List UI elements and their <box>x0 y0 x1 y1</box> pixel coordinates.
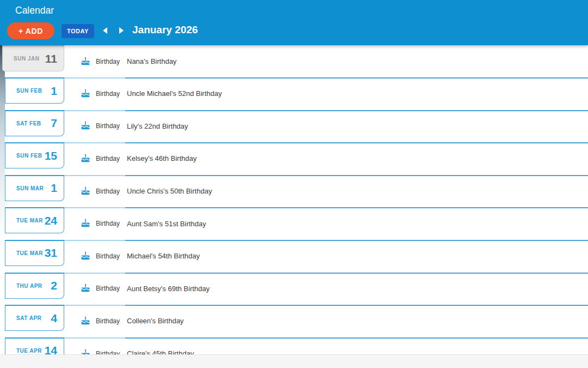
add-event-button[interactable]: + ADD <box>7 22 54 39</box>
date-day-number: 2 <box>51 279 57 292</box>
event-row[interactable]: SUN FEB 15 Birthday Kelsey's 46th Birthd… <box>5 142 588 175</box>
event-title: Aunt Betsy's 69th Birthday <box>127 273 210 305</box>
next-month-button[interactable] <box>115 25 128 38</box>
date-badge[interactable]: SUN MAR 1 <box>5 175 64 201</box>
date-badge[interactable]: THU APR 2 <box>5 273 64 299</box>
date-weekday-month: SUN MAR <box>16 185 44 191</box>
today-button[interactable]: TODAY <box>62 24 94 38</box>
event-category-label: Birthday <box>96 110 120 143</box>
date-day-number: 4 <box>51 312 57 325</box>
date-weekday-month: SUN FEB <box>16 88 42 94</box>
page-title: Calendar <box>15 5 54 16</box>
birthday-cake-icon <box>81 305 90 337</box>
birthday-cake-icon <box>81 240 90 273</box>
event-row[interactable]: SAT APR 4 Birthday Colleen's Birthday <box>5 305 588 337</box>
event-category-label: Birthday <box>96 240 120 273</box>
date-day-number: 1 <box>51 85 57 98</box>
date-weekday-month: SUN FEB <box>16 153 42 159</box>
birthday-cake-icon <box>81 77 90 110</box>
event-title: Lily's 22nd Birthday <box>127 110 188 143</box>
birthday-cake-icon <box>81 142 90 175</box>
event-category-label: Birthday <box>96 175 120 208</box>
event-title: Aunt Sam's 51st Birthday <box>127 207 206 240</box>
bottom-bar <box>0 354 588 368</box>
event-row[interactable]: SUN JAN 11 Birthday Nana's Birthday <box>5 45 588 77</box>
date-weekday-month: SAT FEB <box>16 120 41 126</box>
row-divider <box>5 273 588 274</box>
date-day-number: 1 <box>51 182 57 195</box>
date-badge[interactable]: SAT FEB 7 <box>5 110 64 136</box>
date-day-number: 7 <box>51 117 57 130</box>
event-row[interactable]: TUE MAR 24 Birthday Aunt Sam's 51st Birt… <box>5 207 588 240</box>
date-badge[interactable]: SAT APR 4 <box>5 305 64 331</box>
date-badge[interactable]: TUE MAR 24 <box>5 207 64 233</box>
date-day-number: 31 <box>45 246 57 260</box>
row-divider <box>5 305 588 306</box>
date-badge[interactable]: SUN FEB 1 <box>5 77 64 104</box>
event-title: Uncle Chris's 50th Birthday <box>127 175 212 208</box>
event-row[interactable]: TUE MAR 31 Birthday Michael's 54th Birth… <box>5 240 588 273</box>
birthday-cake-icon <box>81 110 90 143</box>
date-weekday-month: TUE MAR <box>16 250 43 256</box>
chevron-right-icon <box>119 27 125 36</box>
row-divider <box>5 175 588 176</box>
date-weekday-month: TUE MAR <box>16 218 43 224</box>
birthday-cake-icon <box>81 207 90 240</box>
event-row[interactable]: THU APR 2 Birthday Aunt Betsy's 69th Bir… <box>5 273 588 305</box>
event-category-label: Birthday <box>96 207 120 240</box>
event-category-label: Birthday <box>96 305 120 337</box>
date-weekday-month: THU APR <box>16 283 42 289</box>
row-divider <box>5 337 588 339</box>
row-divider <box>5 207 588 208</box>
date-badge[interactable]: SUN FEB 15 <box>5 142 64 168</box>
event-row[interactable]: SUN FEB 1 Birthday Uncle Michael's 52nd … <box>5 77 588 110</box>
event-title: Nana's Birthday <box>127 45 176 77</box>
birthday-cake-icon <box>81 45 90 77</box>
calendar-app-window: Calendar + ADD TODAY January 2026 SUN JA… <box>0 0 588 368</box>
event-category-label: Birthday <box>96 142 120 175</box>
date-day-number: 11 <box>45 52 57 65</box>
event-category-label: Birthday <box>96 77 120 110</box>
event-title: Kelsey's 46th Birthday <box>127 142 197 175</box>
row-divider <box>5 240 588 241</box>
month-title: January 2026 <box>132 24 198 36</box>
chevron-left-icon <box>102 27 108 36</box>
birthday-cake-icon <box>81 175 90 208</box>
calendar-header: Calendar + ADD TODAY January 2026 <box>0 0 588 45</box>
event-row[interactable]: SUN MAR 1 Birthday Uncle Chris's 50th Bi… <box>5 175 588 208</box>
event-title: Michael's 54th Birthday <box>127 240 200 273</box>
event-category-label: Birthday <box>96 273 120 305</box>
date-weekday-month: SAT APR <box>16 315 41 321</box>
row-divider <box>5 142 588 143</box>
date-weekday-month: TUE APR <box>16 348 42 354</box>
row-divider <box>5 77 588 79</box>
date-day-number: 15 <box>45 149 57 162</box>
birthday-cake-icon <box>81 273 90 305</box>
row-divider <box>5 110 588 111</box>
date-day-number: 24 <box>45 214 57 227</box>
date-badge[interactable]: TUE MAR 31 <box>5 240 64 266</box>
previous-month-button[interactable] <box>98 25 111 38</box>
event-row[interactable]: SAT FEB 7 Birthday Lily's 22nd Birthday <box>5 110 588 143</box>
event-category-label: Birthday <box>96 45 120 77</box>
date-badge[interactable]: SUN JAN 11 <box>2 45 64 71</box>
event-title: Colleen's Birthday <box>127 305 183 337</box>
date-weekday-month: SUN JAN <box>14 56 39 62</box>
event-list: SUN JAN 11 Birthday Nana's Birthday SUN … <box>5 45 588 368</box>
event-title: Uncle Michael's 52nd Birthday <box>127 77 222 110</box>
